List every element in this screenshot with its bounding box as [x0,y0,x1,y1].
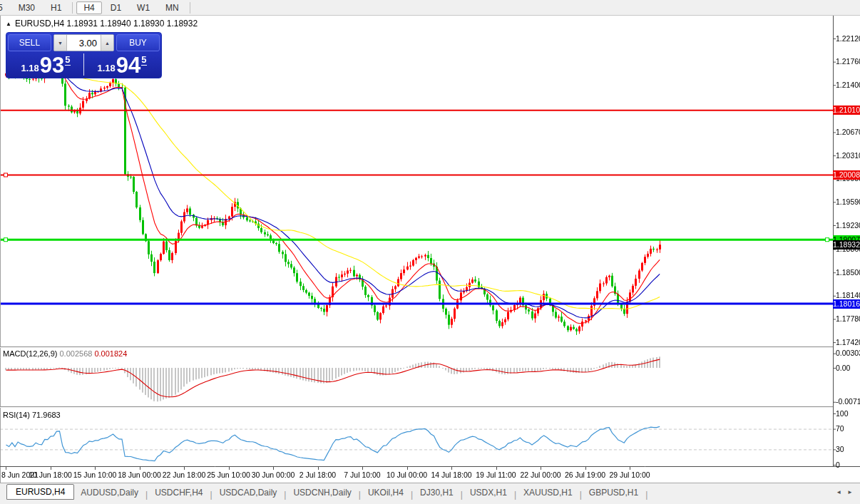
price-tick-1.19230: 1.19230 [836,221,860,230]
down-arrow-icon: ▼ [58,41,63,46]
tab-separator: | [514,490,516,500]
up-arrow-icon: ▲ [105,41,110,46]
buy-price-pip: 5 [141,54,146,66]
time-label-10: 14 Jul 18:00 [431,470,471,479]
price-tick-1.17780: 1.17780 [836,314,860,324]
time-label-1: 10 Jun 18:00 [29,470,72,479]
price-badge-1.21010: 1.21010 [833,106,860,115]
tab-separator: | [461,490,463,500]
tab-separator: | [411,490,413,500]
toolbar-separator [190,2,190,14]
price-tick-1.20310: 1.20310 [836,151,860,160]
tab-separator: | [210,490,213,500]
sell-price-prefix: 1.18 [21,63,39,73]
tab-separator: | [359,490,361,500]
timeframe-button-5[interactable]: 5 [0,1,10,14]
tab-usdcnh-daily[interactable]: USDCNH,Daily [287,485,357,500]
tab-xauusd-h1[interactable]: XAUUSD,H1 [517,485,579,500]
rsi-tick-30: 30 [836,445,844,454]
sell-button[interactable]: SELL [8,34,51,51]
tab-usdchf-h4[interactable]: USDCHF,H4 [148,485,209,500]
tab-gbpusd-h1[interactable]: GBPUSD,H1 [583,485,645,500]
tab-separator: | [580,490,582,500]
trade-prices-row: 1.18935 1.18945 [8,53,160,76]
time-label-4: 22 Jun 18:00 [163,470,206,479]
tabs-scroll-left-icon[interactable]: ◄ [836,489,841,495]
sell-price-big: 93 [40,55,64,76]
macd-tick--0.00715: -0.00715 [836,397,860,406]
timeframe-button-w1[interactable]: W1 [130,1,157,14]
collapse-triangle-icon[interactable]: ▲ [6,21,11,27]
timeframe-button-m30[interactable]: M30 [11,1,42,14]
tab-dj30-h1[interactable]: DJ30,H1 [414,485,460,500]
buy-price-prefix: 1.18 [97,63,115,73]
time-label-5: 25 Jun 10:00 [207,470,250,479]
timeframe-button-h1[interactable]: H1 [43,1,68,14]
time-label-8: 7 Jul 10:00 [344,470,380,479]
timeframe-button-d1[interactable]: D1 [103,1,128,14]
tab-scroll-arrows: ◄ ► [836,483,860,495]
price-tick-1.19590: 1.19590 [836,197,860,207]
rsi-tick-100: 100 [836,409,849,418]
rsi-name: RSI(14) [3,411,30,419]
time-label-12: 22 Jul 00:00 [520,470,560,479]
tab-usdcad-daily[interactable]: USDCAD,Daily [213,485,284,500]
rsi-tick-70: 70 [836,424,844,433]
rsi-value: 71.9683 [32,411,61,419]
chart-title: ▲EURUSD,H4 1.18931 1.18940 1.18930 1.189… [6,19,198,29]
time-label-2: 15 Jun 10:00 [73,470,117,479]
time-label-14: 29 Jul 10:00 [609,470,650,479]
macd-tick-0.00: 0.00 [836,364,850,373]
tab-eurusd-h4[interactable]: EURUSD,H4 [6,484,74,500]
time-label-6: 30 Jun 00:00 [252,470,295,479]
tab-audusd-daily[interactable]: AUDUSD,Daily [74,485,145,500]
sell-price-display[interactable]: 1.18935 [8,53,83,76]
tabs-scroll-right-icon[interactable]: ► [847,489,853,495]
chart-tab-bar: EURUSD,H4AUDUSD,Daily|USDCHF,H4|USDCAD,D… [0,483,860,504]
price-badge-1.18932: 1.18932 [833,240,860,250]
one-click-trading-panel: SELL ▼ ▲ BUY 1.18935 1.18945 [6,32,162,78]
buy-price-display[interactable]: 1.18945 [84,53,160,76]
volume-decrease-button[interactable]: ▼ [54,35,67,51]
sell-price-pip: 5 [65,54,70,66]
volume-increase-button[interactable]: ▲ [101,35,113,51]
trade-controls-row: SELL ▼ ▲ BUY [8,34,160,51]
mt4-window: 5M30H1H4D1W1MN ▲EURUSD,H4 1.18931 1.1894… [0,0,860,504]
volume-input[interactable] [67,35,101,51]
price-tick-1.18500: 1.18500 [836,268,860,277]
time-label-11: 19 Jul 11:00 [476,470,516,479]
buy-button[interactable]: BUY [116,34,160,51]
time-label-7: 2 Jul 18:00 [300,470,336,479]
chart-title-text: EURUSD,H4 1.18931 1.18940 1.18930 1.1893… [15,19,198,29]
timeframe-button-mn[interactable]: MN [158,1,186,14]
price-tick-1.21760: 1.21760 [836,57,860,66]
tab-separator: | [645,490,647,500]
macd-value-main: 0.002568 [59,349,92,358]
tab-separator: | [145,490,148,500]
tab-ukoil-h4[interactable]: UKOil,H4 [362,485,410,500]
tab-usdx-h1[interactable]: USDX,H1 [464,485,513,500]
price-badge-1.20008: 1.20008 [833,170,860,180]
price-badge-1.18016: 1.18016 [833,299,860,309]
timeframe-button-h4[interactable]: H4 [76,1,101,14]
price-tick-1.22120: 1.22120 [836,34,860,43]
toolbar-separator [72,2,73,14]
macd-name: MACD(12,26,9) [3,349,57,358]
rsi-tick-0: 0 [836,461,840,470]
time-label-13: 26 Jul 19:00 [565,470,605,479]
timeframe-toolbar: 5M30H1H4D1W1MN [0,0,860,16]
time-label-9: 10 Jul 00:00 [387,470,427,479]
chart-tabs: EURUSD,H4AUDUSD,Daily|USDCHF,H4|USDCAD,D… [0,483,836,500]
buy-price-big: 94 [116,55,140,76]
rsi-label: RSI(14) 71.9683 [3,411,61,419]
price-tick-1.21400: 1.21400 [836,81,860,90]
tab-separator: | [284,490,286,500]
time-label-3: 18 Jun 00:00 [118,470,161,479]
volume-stepper: ▼ ▲ [53,34,114,51]
price-tick-1.20670: 1.20670 [836,128,860,137]
price-tick-1.17420: 1.17420 [836,338,860,347]
macd-tick-0.003031: 0.003031 [836,349,860,358]
macd-value-signal: 0.001824 [94,349,127,358]
macd-label: MACD(12,26,9) 0.002568 0.001824 [3,349,127,358]
